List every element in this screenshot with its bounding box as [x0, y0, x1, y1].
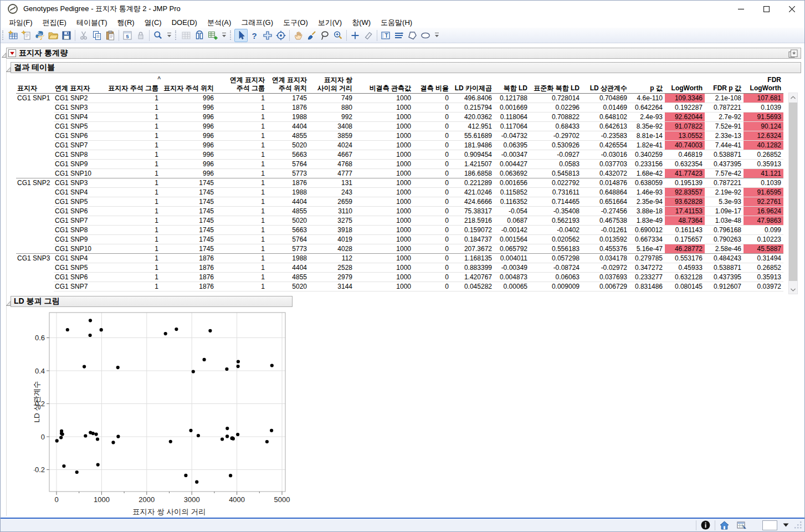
add-table-icon[interactable] [206, 29, 219, 42]
value-cell[interactable]: 3144 [309, 282, 355, 291]
value-cell[interactable]: 8.35e-92 [629, 122, 665, 131]
value-cell[interactable]: 0.31494 [744, 254, 783, 263]
table-status-icon[interactable] [737, 521, 747, 530]
value-cell[interactable]: 1876 [161, 282, 216, 291]
value-cell[interactable]: 4024 [309, 141, 355, 150]
plot-outline-bar[interactable]: LD 붕괴 그림 [11, 296, 293, 307]
value-cell[interactable]: 0.648102 [582, 112, 629, 122]
value-cell[interactable]: 0.034178 [582, 254, 629, 263]
magnifier-tool-icon[interactable] [331, 29, 345, 42]
value-cell[interactable]: 996 [161, 131, 216, 141]
table-row[interactable]: CG1 SNP1CG1 SNP219961174574910000496.840… [16, 94, 783, 103]
value-cell[interactable]: 0.004873 [494, 273, 530, 282]
table-row[interactable]: CG1 SNP511876144042528100000.883399-0.00… [16, 263, 783, 273]
value-cell[interactable]: 0.35913 [744, 273, 783, 282]
value-cell[interactable]: 2.4e-93 [629, 112, 665, 122]
value-cell[interactable]: 996 [161, 150, 216, 160]
table-row[interactable]: CG1 SNP911745157644019100000.1847370.001… [16, 235, 783, 244]
column-header[interactable]: 비결측 관측값 [355, 75, 413, 93]
value-cell[interactable]: 0.638059 [629, 178, 665, 188]
value-cell[interactable]: CG1 SNP3 [54, 103, 101, 112]
value-cell[interactable]: CG1 SNP9 [54, 160, 101, 169]
value-cell[interactable]: 5764 [267, 160, 309, 169]
value-cell[interactable]: 0.714465 [530, 197, 582, 207]
value-cell[interactable]: 1 [216, 112, 267, 122]
significant-value-cell[interactable]: 109.3346 [665, 94, 705, 103]
value-cell[interactable]: 1000 [355, 244, 413, 254]
plus-tool-icon[interactable] [348, 29, 362, 42]
value-cell[interactable]: 3918 [309, 226, 355, 235]
maximize-button[interactable] [753, 1, 779, 17]
marker-cell[interactable]: CG1 SNP1 [16, 94, 54, 103]
value-cell[interactable]: -0.04732 [494, 131, 530, 141]
value-cell[interactable]: 0.099 [744, 226, 783, 235]
significant-value-cell[interactable]: 91.07822 [665, 122, 705, 131]
value-cell[interactable]: 496.8406 [451, 94, 494, 103]
value-cell[interactable]: CG1 SNP5 [54, 263, 101, 273]
toolbar-overflow-icon[interactable] [221, 29, 227, 42]
value-cell[interactable]: 1 [216, 169, 267, 178]
value-cell[interactable]: 1 [216, 282, 267, 291]
marker-cell[interactable] [16, 235, 54, 244]
value-cell[interactable]: 0.651664 [582, 197, 629, 207]
value-cell[interactable]: 1.46e-93 [629, 188, 665, 197]
line-annotation-icon[interactable] [392, 29, 406, 42]
value-cell[interactable]: 1876 [161, 254, 216, 263]
value-cell[interactable]: 3275 [309, 216, 355, 226]
column-header[interactable]: LogWorth [665, 75, 705, 93]
table-row[interactable]: CG1 SNP619961485538591000055.61689-0.047… [16, 131, 783, 141]
value-cell[interactable]: 0 [413, 141, 451, 150]
value-cell[interactable]: 7.52e-91 [705, 122, 744, 131]
data-point[interactable] [225, 367, 228, 371]
significant-value-cell[interactable]: 107.681 [744, 94, 783, 103]
value-cell[interactable]: 996 [161, 94, 216, 103]
plot-area[interactable] [49, 313, 285, 492]
marker-cell[interactable]: CG1 SNP3 [16, 254, 54, 263]
value-cell[interactable]: 3110 [309, 207, 355, 216]
menu-item-analyze[interactable]: 분석(A) [202, 17, 236, 28]
data-point[interactable] [230, 436, 234, 439]
target-tool-icon[interactable] [274, 29, 288, 42]
lasso-tool-icon[interactable] [318, 29, 331, 42]
value-cell[interactable]: 1 [216, 273, 267, 282]
data-point[interactable] [236, 433, 239, 436]
value-cell[interactable]: 0.648864 [582, 188, 629, 197]
value-cell[interactable]: 5773 [267, 169, 309, 178]
value-cell[interactable]: 0 [413, 235, 451, 244]
value-cell[interactable]: 0 [413, 94, 451, 103]
significant-value-cell[interactable]: 92.62044 [665, 112, 705, 122]
value-cell[interactable]: 1000 [355, 216, 413, 226]
value-cell[interactable]: 0.1039 [744, 178, 783, 188]
data-point[interactable] [164, 332, 167, 335]
table-row[interactable]: CG1 SNP419961198899210000420.03620.11806… [16, 112, 783, 122]
data-point[interactable] [270, 429, 273, 432]
data-point[interactable] [111, 441, 115, 444]
value-cell[interactable]: 0 [413, 197, 451, 207]
marker-cell[interactable] [16, 244, 54, 254]
value-cell[interactable]: 0.704869 [582, 94, 629, 103]
value-cell[interactable]: 0.340259 [629, 150, 665, 160]
value-cell[interactable]: 0.001564 [494, 235, 530, 244]
value-cell[interactable]: 2.33e-13 [705, 131, 744, 141]
value-cell[interactable]: 0.0583 [530, 160, 582, 169]
value-cell[interactable]: CG1 SNP8 [54, 150, 101, 160]
value-cell[interactable]: -0.00349 [494, 263, 530, 273]
value-cell[interactable]: 4.6e-110 [629, 94, 665, 103]
value-cell[interactable]: 1000 [355, 282, 413, 291]
value-cell[interactable]: 1 [101, 282, 161, 291]
value-cell[interactable]: -0.01261 [582, 226, 629, 235]
value-cell[interactable]: 0.037693 [582, 273, 629, 282]
marker-cell[interactable] [16, 122, 54, 131]
menu-item-help[interactable]: 도움말(H) [376, 17, 417, 28]
value-cell[interactable]: 749 [309, 94, 355, 103]
data-point[interactable] [237, 365, 240, 368]
column-header[interactable]: 연계 표지자주석 그룹 [216, 75, 267, 93]
value-cell[interactable]: 0 [413, 282, 451, 291]
column-header[interactable]: FDR p 값 [705, 75, 744, 93]
open-file-icon[interactable] [47, 29, 60, 42]
value-cell[interactable]: 0.912607 [705, 282, 744, 291]
value-cell[interactable]: 3408 [309, 122, 355, 131]
value-cell[interactable]: 1.420767 [451, 273, 494, 282]
value-cell[interactable]: 1.82e-41 [629, 141, 665, 150]
value-cell[interactable]: 207.3672 [451, 244, 494, 254]
